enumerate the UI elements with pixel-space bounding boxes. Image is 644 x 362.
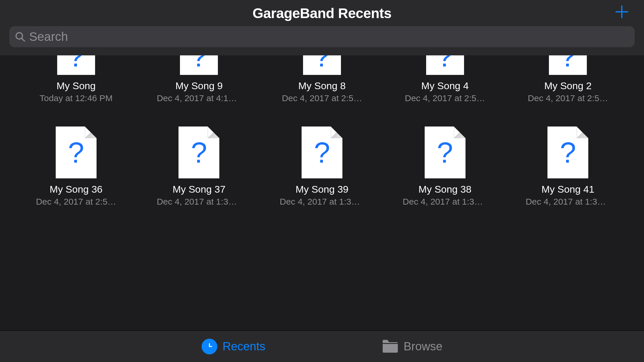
- file-item[interactable]: ?My Song 38Dec 4, 2017 at 1:39…: [392, 126, 498, 207]
- file-name: My Song 41: [541, 184, 594, 195]
- file-thumbnail: ?: [549, 55, 587, 75]
- search-input[interactable]: [29, 30, 629, 44]
- question-mark-icon: ?: [191, 55, 207, 73]
- file-date: Dec 4, 2017 at 1:39…: [157, 197, 241, 207]
- file-thumbnail: ?: [547, 126, 588, 178]
- bottom-toolbar: Recents Browse: [0, 331, 644, 362]
- file-name: My Song 8: [298, 80, 346, 92]
- file-grid: ?My SongToday at 12:46 PM?My Song 9Dec 4…: [23, 55, 621, 207]
- tab-browse-label: Browse: [404, 340, 442, 353]
- file-date: Dec 4, 2017 at 1:39…: [280, 197, 364, 207]
- tab-browse[interactable]: Browse: [382, 339, 442, 354]
- file-thumbnail: ?: [56, 126, 97, 178]
- file-thumbnail: ?: [180, 55, 218, 75]
- file-item[interactable]: ?My Song 37Dec 4, 2017 at 1:39…: [146, 126, 252, 207]
- file-date: Dec 4, 2017 at 2:5…: [282, 93, 362, 103]
- file-thumbnail: ?: [178, 126, 219, 178]
- tab-recents-label: Recents: [223, 340, 265, 353]
- file-name: My Song 38: [419, 184, 471, 195]
- file-name: My Song 9: [175, 80, 223, 92]
- file-item[interactable]: ?My SongToday at 12:46 PM: [23, 55, 129, 103]
- question-mark-icon: ?: [191, 136, 207, 169]
- file-date: Dec 4, 2017 at 4:11…: [157, 93, 241, 103]
- file-name: My Song 2: [544, 80, 592, 92]
- file-item[interactable]: ?My Song 4Dec 4, 2017 at 2:5…: [392, 55, 498, 103]
- question-mark-icon: ?: [560, 136, 576, 169]
- document-fold-icon: [331, 126, 342, 138]
- file-name: My Song 37: [173, 184, 225, 195]
- file-item[interactable]: ?My Song 36Dec 4, 2017 at 2:5…: [23, 126, 129, 207]
- plus-icon: [615, 5, 629, 19]
- folder-icon: [382, 339, 398, 354]
- svg-rect-7: [383, 343, 398, 344]
- header: GarageBand Recents: [0, 0, 644, 55]
- file-name: My Song 39: [295, 184, 348, 195]
- file-item[interactable]: ?My Song 39Dec 4, 2017 at 1:39…: [269, 126, 375, 207]
- file-thumbnail: ?: [302, 126, 342, 178]
- search-bar[interactable]: [9, 26, 635, 47]
- file-thumbnail: ?: [425, 126, 466, 178]
- content-area: ?My SongToday at 12:46 PM?My Song 9Dec 4…: [0, 55, 644, 331]
- file-date: Today at 12:46 PM: [40, 93, 113, 103]
- question-mark-icon: ?: [560, 55, 576, 73]
- search-container: [9, 26, 635, 55]
- question-mark-icon: ?: [437, 55, 453, 73]
- title-row: GarageBand Recents: [9, 0, 635, 26]
- file-name: My Song 36: [50, 184, 102, 195]
- search-icon: [15, 31, 26, 42]
- file-date: Dec 4, 2017 at 2:5…: [405, 93, 485, 103]
- file-date: Dec 4, 2017 at 1:37…: [526, 197, 610, 207]
- question-mark-icon: ?: [437, 136, 453, 169]
- file-item[interactable]: ?My Song 41Dec 4, 2017 at 1:37…: [515, 126, 621, 207]
- file-date: Dec 4, 2017 at 2:5…: [528, 93, 608, 103]
- page-title: GarageBand Recents: [253, 5, 392, 21]
- tab-recents[interactable]: Recents: [202, 339, 265, 354]
- file-item[interactable]: ?My Song 8Dec 4, 2017 at 2:5…: [269, 55, 375, 103]
- file-item[interactable]: ?My Song 2Dec 4, 2017 at 2:5…: [515, 55, 621, 103]
- document-fold-icon: [454, 126, 466, 138]
- document-fold-icon: [577, 126, 588, 138]
- document-fold-icon: [208, 126, 219, 138]
- svg-line-3: [22, 38, 24, 41]
- file-date: Dec 4, 2017 at 1:39…: [403, 197, 487, 207]
- file-date: Dec 4, 2017 at 2:5…: [36, 197, 116, 207]
- file-item[interactable]: ?My Song 9Dec 4, 2017 at 4:11…: [146, 55, 252, 103]
- file-name: My Song 4: [421, 80, 469, 92]
- document-fold-icon: [85, 126, 97, 138]
- file-thumbnail: ?: [57, 55, 95, 75]
- file-thumbnail: ?: [303, 55, 341, 75]
- add-button[interactable]: [615, 4, 629, 23]
- question-mark-icon: ?: [314, 55, 330, 73]
- question-mark-icon: ?: [68, 55, 84, 73]
- question-mark-icon: ?: [68, 136, 84, 169]
- file-name: My Song: [57, 80, 96, 92]
- clock-icon: [202, 339, 217, 354]
- file-thumbnail: ?: [426, 55, 464, 75]
- question-mark-icon: ?: [314, 136, 330, 169]
